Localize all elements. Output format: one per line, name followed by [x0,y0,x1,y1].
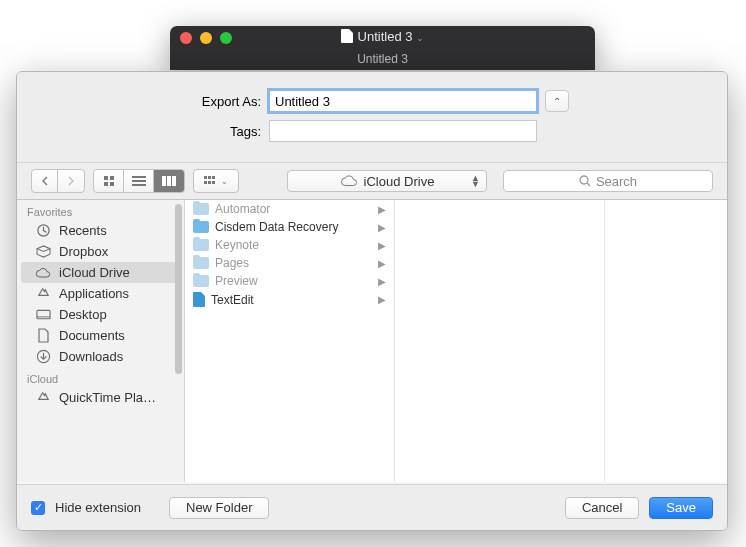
svg-rect-5 [132,180,146,182]
sidebar-item-label: iCloud Drive [59,265,130,280]
window-titlebar: Untitled 3⌄ Untitled 3 [170,26,595,70]
view-list-button[interactable] [124,170,154,192]
file-label: Pages [215,256,249,270]
chevron-right-icon: ▶ [378,222,386,233]
svg-rect-14 [208,181,211,184]
tags-input[interactable] [269,120,537,142]
sidebar-item-recents[interactable]: Recents [17,220,184,241]
traffic-lights [180,32,232,44]
chevron-right-icon: ▶ [378,258,386,269]
folder-icon [193,275,209,287]
search-icon [579,175,591,187]
document-icon [341,29,353,43]
sidebar-item-desktop[interactable]: Desktop [17,304,184,325]
svg-line-17 [587,183,590,186]
box-icon [35,245,51,259]
desktop-icon [35,308,51,322]
sidebar-item-label: QuickTime Pla… [59,390,156,405]
search-field[interactable]: Search [503,170,713,192]
hide-extension-checkbox[interactable]: ✓ [31,501,45,515]
view-columns-button[interactable] [154,170,184,192]
export-as-input[interactable] [269,90,537,112]
file-label: TextEdit [211,293,254,307]
apps-icon [35,391,51,405]
file-label: Preview [215,274,258,288]
chevron-right-icon: ▶ [378,204,386,215]
window-subtitle: Untitled 3 [170,49,595,69]
window-title-text: Untitled 3 [358,29,413,44]
sidebar-item-dropbox[interactable]: Dropbox [17,241,184,262]
svg-rect-13 [204,181,207,184]
chevron-right-icon: ▶ [378,240,386,251]
forward-button[interactable] [58,170,84,192]
svg-point-16 [580,176,588,184]
apps-icon [35,287,51,301]
chevron-right-icon: ▶ [378,294,386,305]
svg-rect-9 [172,176,176,186]
chevron-down-icon[interactable]: ⌄ [416,33,424,43]
dialog-footer: ✓ Hide extension New Folder Cancel Save [17,484,727,530]
list-item[interactable]: Keynote▶ [185,236,394,254]
view-icons-button[interactable] [94,170,124,192]
list-item[interactable]: Pages▶ [185,254,394,272]
file-browser: Favorites Recents Dropbox iCloud Drive A… [17,200,727,482]
cloud-icon [35,266,51,280]
sidebar-item-applications[interactable]: Applications [17,283,184,304]
sidebar-item-label: Recents [59,223,107,238]
window-title: Untitled 3⌄ [170,26,595,49]
view-mode-segment [93,169,185,193]
folder-icon [193,257,209,269]
tags-label: Tags: [17,124,269,139]
sidebar-heading-favorites: Favorites [17,200,184,220]
svg-rect-3 [110,182,114,186]
save-dialog: Export As: ⌃ Tags: ⌄ i [16,71,728,531]
download-icon [35,350,51,364]
minimize-window-button[interactable] [200,32,212,44]
svg-rect-15 [212,181,215,184]
list-item[interactable]: Preview▶ [185,272,394,290]
svg-rect-2 [104,182,108,186]
list-item[interactable]: Automator▶ [185,200,394,218]
close-window-button[interactable] [180,32,192,44]
cloud-icon [340,175,358,187]
svg-rect-4 [132,176,146,178]
sidebar-item-label: Applications [59,286,129,301]
list-item[interactable]: Cisdem Data Recovery▶ [185,218,394,236]
file-label: Cisdem Data Recovery [215,220,338,234]
collapse-toggle-button[interactable]: ⌃ [545,90,569,112]
doc-icon [35,329,51,343]
file-label: Keynote [215,238,259,252]
sidebar-item-label: Dropbox [59,244,108,259]
svg-rect-11 [208,176,211,179]
browser-toolbar: ⌄ iCloud Drive ▲▼ Search [17,162,727,200]
location-popup[interactable]: iCloud Drive ▲▼ [287,170,487,192]
sidebar-item-downloads[interactable]: Downloads [17,346,184,367]
sidebar-item-quicktime[interactable]: QuickTime Pla… [17,387,184,408]
cancel-button[interactable]: Cancel [565,497,639,519]
sidebar: Favorites Recents Dropbox iCloud Drive A… [17,200,185,482]
search-placeholder: Search [596,174,637,189]
nav-back-forward [31,169,85,193]
hide-extension-label: Hide extension [55,500,141,515]
form-area: Export As: ⌃ Tags: [17,72,727,162]
sidebar-item-label: Downloads [59,349,123,364]
sidebar-scrollbar[interactable] [175,204,182,374]
svg-rect-12 [212,176,215,179]
save-button[interactable]: Save [649,497,713,519]
svg-rect-0 [104,176,108,180]
list-item[interactable]: TextEdit▶ [185,290,394,309]
chevron-up-icon: ⌃ [553,96,561,107]
group-by-button[interactable]: ⌄ [194,170,238,192]
zoom-window-button[interactable] [220,32,232,44]
column-1: Automator▶ Cisdem Data Recovery▶ Keynote… [185,200,395,482]
sidebar-item-documents[interactable]: Documents [17,325,184,346]
new-folder-button[interactable]: New Folder [169,497,269,519]
svg-rect-1 [110,176,114,180]
svg-rect-19 [36,310,49,318]
svg-rect-7 [162,176,166,186]
group-by-segment: ⌄ [193,169,239,193]
back-button[interactable] [32,170,58,192]
sidebar-heading-icloud: iCloud [17,367,184,387]
file-label: Automator [215,202,270,216]
sidebar-item-icloud-drive[interactable]: iCloud Drive [21,262,180,283]
